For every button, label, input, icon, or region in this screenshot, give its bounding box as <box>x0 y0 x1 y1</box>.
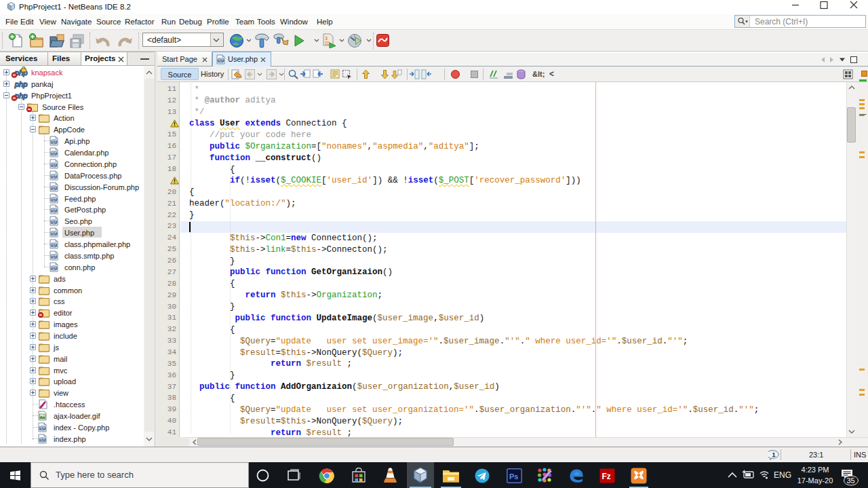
svg-text:php: php <box>14 79 28 88</box>
svg-text:php: php <box>51 209 58 212</box>
svg-text:php: php <box>51 255 58 259</box>
svg-text:Ps: Ps <box>509 472 518 481</box>
svg-text:php: php <box>218 59 224 62</box>
svg-text:php: php <box>51 232 58 236</box>
svg-text:php: php <box>51 152 58 155</box>
svg-text:php: php <box>51 164 58 167</box>
svg-text:php: php <box>51 175 58 179</box>
svg-text:php: php <box>51 198 58 201</box>
svg-text:php: php <box>51 221 58 224</box>
svg-text:php: php <box>39 427 46 430</box>
svg-text:3: 3 <box>325 36 328 41</box>
svg-text:php: php <box>51 186 58 189</box>
svg-text:35: 35 <box>847 476 855 485</box>
svg-text:php: php <box>39 438 46 442</box>
svg-text:php: php <box>51 244 58 247</box>
svg-text:Fz: Fz <box>602 472 611 481</box>
svg-text:php: php <box>51 140 58 144</box>
svg-text:php: php <box>51 267 58 270</box>
svg-text:1: 1 <box>772 451 776 458</box>
